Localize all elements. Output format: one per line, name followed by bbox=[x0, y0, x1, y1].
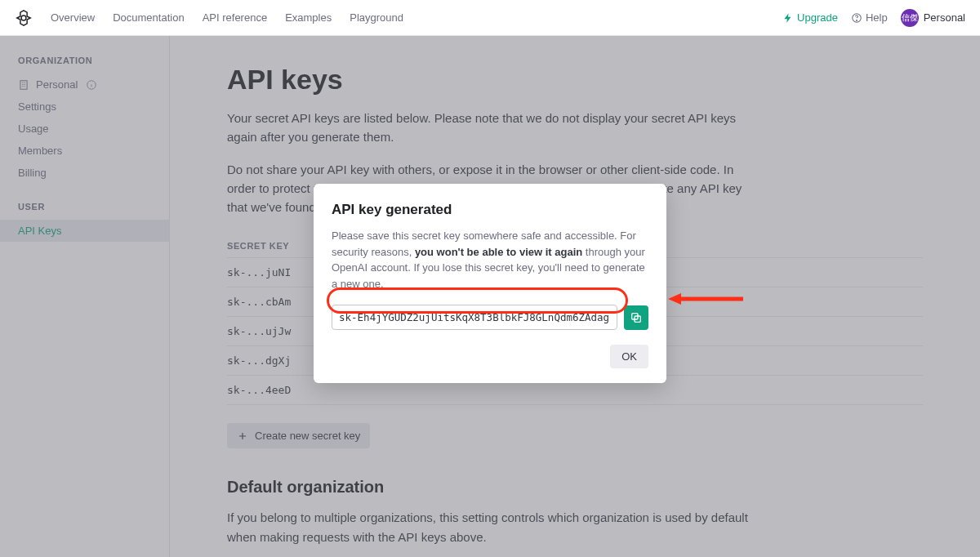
help-icon bbox=[851, 12, 862, 24]
nav-playground[interactable]: Playground bbox=[350, 11, 403, 24]
nav-overview[interactable]: Overview bbox=[51, 11, 95, 24]
modal-body: Please save this secret key somewhere sa… bbox=[332, 228, 648, 292]
nav-api-reference[interactable]: API reference bbox=[203, 11, 268, 24]
help-link[interactable]: Help bbox=[851, 11, 888, 24]
copy-key-button[interactable] bbox=[624, 305, 648, 330]
api-key-generated-modal: API key generated Please save this secre… bbox=[314, 184, 666, 383]
avatar: 信傑 bbox=[901, 9, 919, 27]
svg-point-0 bbox=[21, 16, 26, 20]
bolt-icon bbox=[782, 12, 794, 24]
account-menu[interactable]: 信傑 Personal bbox=[901, 9, 965, 27]
modal-title: API key generated bbox=[332, 202, 648, 218]
openai-logo-icon bbox=[15, 9, 33, 27]
top-nav: Overview Documentation API reference Exa… bbox=[0, 0, 980, 36]
nav-documentation[interactable]: Documentation bbox=[113, 11, 184, 24]
ok-button[interactable]: OK bbox=[610, 345, 648, 368]
generated-key-input[interactable] bbox=[332, 305, 617, 330]
svg-point-2 bbox=[856, 20, 857, 20]
upgrade-link[interactable]: Upgrade bbox=[782, 11, 838, 24]
copy-icon bbox=[630, 311, 643, 324]
nav-links: Overview Documentation API reference Exa… bbox=[51, 11, 403, 24]
nav-examples[interactable]: Examples bbox=[285, 11, 332, 24]
